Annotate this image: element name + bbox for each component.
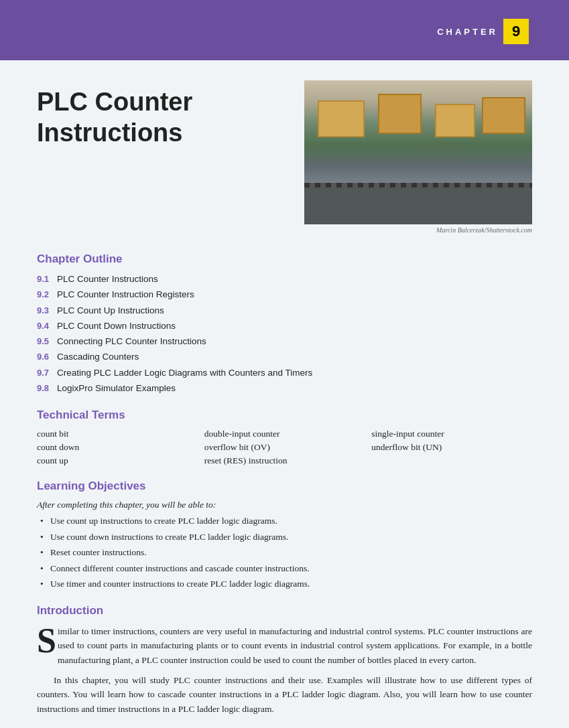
outline-item-1: 9.1 PLC Counter Instructions — [37, 273, 532, 286]
outline-num-7: 9.7 — [37, 366, 57, 380]
outline-text-1: PLC Counter Instructions — [57, 273, 158, 286]
box2 — [378, 94, 422, 134]
term-3: single-input counter — [371, 429, 532, 439]
terms-grid: count bit double-input counter single-in… — [37, 429, 532, 466]
outline-num-2: 9.2 — [37, 288, 57, 301]
term-5: overflow bit (OV) — [204, 442, 365, 453]
term-6: underflow bit (UN) — [371, 442, 532, 453]
term-2: double-input counter — [204, 429, 365, 439]
outline-text-5: Connecting PLC Counter Instructions — [57, 335, 206, 348]
outline-list: 9.1 PLC Counter Instructions 9.2 PLC Cou… — [37, 273, 532, 395]
objective-5: Use timer and counter instructions to cr… — [40, 577, 532, 591]
box1 — [318, 100, 365, 137]
intro-para2: In this chapter, you will study PLC coun… — [37, 673, 532, 717]
outline-item-3: 9.3 PLC Count Up Instructions — [37, 304, 532, 317]
learning-objectives-heading: Learning Objectives — [37, 480, 532, 493]
chapter-label: CHAPTER 9 — [437, 19, 529, 44]
outline-item-7: 9.7 Creating PLC Ladder Logic Diagrams w… — [37, 366, 532, 380]
learning-objectives-section: Learning Objectives After completing thi… — [37, 480, 532, 591]
objective-3: Reset counter instructions. — [40, 546, 532, 559]
chapter-image-container: Marcin Balcerzak/Shutterstock.com — [304, 80, 532, 234]
outline-item-8: 9.8 LogixPro Simulator Examples — [37, 382, 532, 395]
outline-item-4: 9.4 PLC Count Down Instructions — [37, 319, 532, 333]
outline-item-2: 9.2 PLC Counter Instruction Registers — [37, 288, 532, 301]
intro-body: Similar to timer instructions, counters … — [37, 624, 532, 668]
technical-terms-heading: Technical Terms — [37, 409, 532, 422]
image-caption: Marcin Balcerzak/Shutterstock.com — [304, 226, 532, 234]
outline-item-5: 9.5 Connecting PLC Counter Instructions — [37, 335, 532, 348]
introduction-heading: Introduction — [37, 604, 532, 617]
chapter-outline-heading: Chapter Outline — [37, 252, 532, 266]
top-banner: CHAPTER 9 — [0, 0, 569, 60]
objective-2: Use count down instructions to create PL… — [40, 530, 532, 544]
outline-num-3: 9.3 — [37, 304, 57, 317]
outline-num-4: 9.4 — [37, 319, 57, 333]
outline-num-6: 9.6 — [37, 350, 57, 364]
term-4: count down — [37, 442, 198, 453]
objective-4: Connect different counter instructions a… — [40, 562, 532, 575]
chapter-text: CHAPTER — [437, 27, 498, 37]
page-title: PLC Counter Instructions — [37, 80, 284, 148]
objective-1: Use count up instructions to create PLC … — [40, 514, 532, 528]
term-9 — [371, 455, 532, 466]
outline-text-4: PLC Count Down Instructions — [57, 319, 176, 333]
term-8: reset (RES) instruction — [204, 455, 365, 466]
outline-text-7: Creating PLC Ladder Logic Diagrams with … — [57, 366, 312, 380]
conveyor-structure — [304, 188, 532, 224]
objectives-intro: After completing this chapter, you will … — [37, 500, 532, 510]
technical-terms-section: Technical Terms count bit double-input c… — [37, 409, 532, 466]
outline-text-2: PLC Counter Instruction Registers — [57, 288, 194, 301]
outline-item-6: 9.6 Cascading Counters — [37, 350, 532, 364]
outline-text-3: PLC Count Up Instructions — [57, 304, 164, 317]
chapter-outline-section: Chapter Outline 9.1 PLC Counter Instruct… — [37, 252, 532, 395]
objectives-list: Use count up instructions to create PLC … — [40, 514, 532, 591]
term-1: count bit — [37, 429, 198, 439]
chapter-image — [304, 80, 532, 224]
outline-num-8: 9.8 — [37, 382, 57, 395]
outline-text-6: Cascading Counters — [57, 350, 139, 364]
outline-num-1: 9.1 — [37, 273, 57, 286]
box3 — [435, 104, 475, 137]
chapter-number: 9 — [503, 19, 529, 44]
drop-cap: S — [37, 628, 56, 654]
introduction-section: Introduction Similar to timer instructio… — [37, 604, 532, 717]
main-content: PLC Counter Instructions Marcin Balcerza… — [0, 60, 569, 728]
outline-text-8: LogixPro Simulator Examples — [57, 382, 176, 395]
title-image-row: PLC Counter Instructions Marcin Balcerza… — [37, 80, 532, 234]
intro-para1-text: imilar to timer instructions, counters a… — [58, 626, 532, 665]
term-7: count up — [37, 455, 198, 466]
outline-num-5: 9.5 — [37, 335, 57, 348]
box4 — [482, 97, 525, 134]
